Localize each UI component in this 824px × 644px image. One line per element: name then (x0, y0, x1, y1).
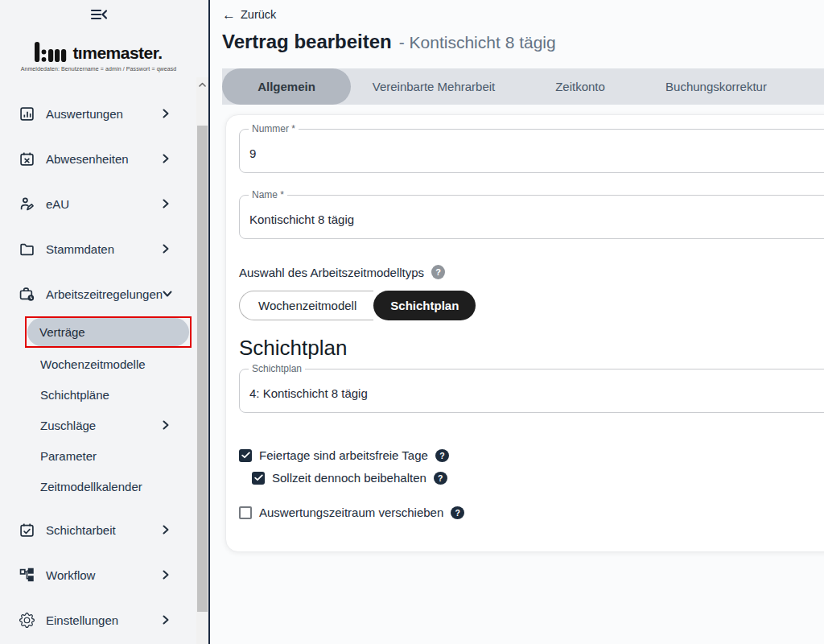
auswertungszeitraum-checkbox[interactable] (239, 506, 252, 519)
help-icon[interactable] (435, 449, 449, 462)
sidebar-item-stammdaten[interactable]: Stammdaten (0, 226, 197, 271)
sidebar-subitem-label: Schichtpläne (40, 388, 109, 402)
help-icon[interactable] (451, 506, 464, 519)
tab-label: Buchungskorrektur (665, 80, 767, 93)
chevron-right-icon (161, 154, 171, 163)
toggle-schichtplan[interactable]: Schichtplan (373, 291, 476, 320)
nummer-field-label: Nummer * (249, 123, 299, 134)
sollzeit-checkbox[interactable] (252, 472, 265, 485)
sollzeit-checkbox-row: Sollzeit dennoch beibehalten (252, 471, 824, 485)
sidebar-item-eau[interactable]: eAU (0, 181, 197, 226)
person-document-icon (19, 196, 35, 212)
tab-vereinbarte-mehrarbeit[interactable]: Vereinbarte Mehrarbeit (351, 68, 517, 105)
chevron-down-icon (163, 289, 172, 299)
sidebar-item-label: Einstellungen (46, 613, 161, 627)
collapse-menu-icon (90, 7, 108, 27)
red-highlight-box: Verträge (25, 316, 192, 348)
sidebar-item-auswertungen[interactable]: Auswertungen (0, 91, 197, 136)
toggle-label: Schichtplan (390, 299, 459, 312)
page-subtitle: - Kontischicht 8 tägig (399, 33, 556, 52)
sidebar-item-label: Workflow (46, 568, 161, 582)
gear-icon (19, 613, 35, 628)
scrollbar-thumb[interactable] (197, 126, 208, 612)
form-card: Nummer * Name * Auswahl des Arbeitszeitm… (225, 114, 824, 552)
name-field-label: Name * (249, 189, 287, 200)
back-label: Zurück (241, 8, 276, 21)
auswertungszeitraum-checkbox-label: Auswertungszeitraum verschieben (259, 506, 443, 519)
help-icon[interactable] (431, 265, 445, 279)
check-icon (241, 452, 250, 459)
sidebar-item-arbeitszeitregelungen[interactable]: Arbeitszeitregelungen (0, 271, 197, 316)
sidebar-item-label: Arbeitszeitregelungen (46, 287, 163, 301)
calendar-check-icon (19, 522, 35, 538)
sidebar-item-einstellungen[interactable]: Einstellungen (0, 597, 197, 642)
chevron-right-icon (161, 244, 171, 254)
collapse-sidebar-button[interactable] (0, 0, 197, 27)
tab-buchungskorrektur[interactable]: Buchungskorrektur (644, 68, 789, 105)
chevron-right-icon (161, 525, 171, 535)
sidebar-subitem-zuschlaege[interactable]: Zuschläge (0, 410, 197, 440)
sidebar-subitem-parameter[interactable]: Parameter (0, 440, 197, 471)
sidebar-item-label: Auswertungen (46, 107, 161, 121)
help-icon[interactable] (434, 472, 447, 485)
chevron-right-icon (161, 615, 171, 625)
nummer-field[interactable]: Nummer * (239, 129, 824, 173)
login-hint-text: Anmeldedaten: Benutzername = admin / Pas… (0, 66, 197, 72)
sidebar-subitem-label: Zeitmodellkalender (40, 480, 142, 493)
logo-text: tımemaster. (72, 43, 162, 63)
chevron-right-icon (161, 199, 171, 208)
sidebar-subitem-vertraege[interactable]: Verträge (27, 318, 189, 346)
tab-label: Zeitkonto (555, 80, 605, 93)
toggle-label: Wochenzeitmodell (258, 299, 356, 312)
schichtplan-heading: Schichtplan (239, 336, 824, 361)
sidebar-item-label: eAU (46, 197, 161, 211)
sollzeit-checkbox-label: Sollzeit dennoch beibehalten (272, 471, 426, 485)
arbeitszeitregelungen-subnav: Verträge Wochenzeitmodelle Schichtpläne … (0, 316, 197, 502)
auswertungszeitraum-checkbox-row: Auswertungszeitraum verschieben (239, 506, 824, 519)
chevron-right-icon (161, 420, 171, 430)
chevron-right-icon (161, 570, 171, 580)
sidebar-subitem-label: Parameter (40, 449, 97, 463)
sidebar-item-abwesenheiten[interactable]: Abwesenheiten (0, 136, 197, 181)
chevron-up-icon (199, 82, 206, 87)
feiertage-checkbox[interactable] (239, 449, 252, 462)
folder-icon (19, 242, 35, 257)
tab-label: Allgemein (258, 80, 315, 93)
sidebar-item-label: Abwesenheiten (46, 152, 161, 166)
name-input[interactable] (240, 208, 824, 226)
calendar-x-icon (19, 151, 35, 167)
tab-label: Vereinbarte Mehrarbeit (373, 80, 496, 93)
modelltyp-label: Auswahl des Arbeitszeitmodelltyps (239, 266, 424, 279)
tab-allgemein[interactable]: Allgemein (222, 68, 351, 105)
sidebar-item-schichtarbeit[interactable]: Schichtarbeit (0, 507, 197, 552)
sidebar-subitem-zeitmodellkalender[interactable]: Zeitmodellkalender (0, 471, 197, 502)
toggle-wochenzeitmodell[interactable]: Wochenzeitmodell (239, 291, 373, 320)
nummer-input[interactable] (240, 142, 824, 160)
sidebar-subitem-label: Zuschläge (40, 419, 96, 432)
scroll-up-button[interactable] (196, 77, 208, 91)
feiertage-checkbox-label: Feiertage sind arbeitsfreie Tage (259, 448, 428, 462)
sidebar-subitem-wochenzeitmodelle[interactable]: Wochenzeitmodelle (0, 349, 197, 379)
main-content: ← Zurück Vertrag bearbeiten - Kontischic… (210, 0, 824, 644)
flow-chart-icon (19, 568, 35, 583)
sidebar-subitem-schichtplaene[interactable]: Schichtpläne (0, 379, 197, 410)
page-title: Vertrag bearbeiten (222, 31, 392, 53)
name-field[interactable]: Name * (239, 195, 824, 239)
tab-zeitkonto[interactable]: Zeitkonto (517, 68, 644, 105)
sidebar-item-label: Schichtarbeit (46, 523, 161, 537)
schichtplan-select-value[interactable] (240, 382, 824, 400)
schichtplan-select[interactable]: Schichtplan (239, 369, 824, 413)
app-logo: tımemaster. Anmeldedaten: Benutzername =… (0, 42, 197, 72)
sidebar: tımemaster. Anmeldedaten: Benutzername =… (0, 0, 210, 644)
sidebar-item-label: Stammdaten (46, 242, 161, 256)
logo-mark-icon (35, 42, 67, 63)
sidebar-subitem-label: Wochenzeitmodelle (40, 357, 146, 371)
back-arrow-icon: ← (222, 8, 236, 22)
sidebar-item-workflow[interactable]: Workflow (0, 552, 197, 597)
tab-bar: Allgemein Vereinbarte Mehrarbeit Zeitkon… (222, 68, 824, 105)
back-link[interactable]: ← Zurück (222, 6, 824, 23)
sidebar-nav: Auswertungen Abwesenheiten (0, 91, 197, 642)
bar-chart-icon (19, 106, 35, 122)
chevron-right-icon (161, 109, 171, 118)
sidebar-scrollbar[interactable] (196, 77, 208, 644)
